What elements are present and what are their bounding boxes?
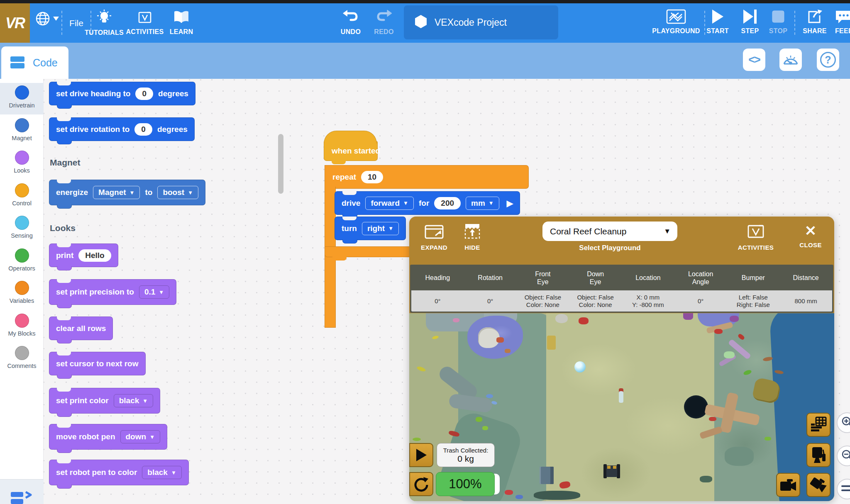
gauge-icon [782,52,799,67]
zoom-out-icon [841,449,850,463]
step-icon [743,9,757,26]
unit-dropdown[interactable]: mm▼ [466,197,499,210]
sidebar-item-magnet[interactable]: Magnet [0,116,44,147]
reef-map-view[interactable]: Trash Collected: 0 kg 100% [409,313,834,501]
close-playground-button[interactable]: ✕ CLOSE [796,223,825,248]
script-block-drive[interactable]: drive forward▼ for 200 mm▼ ▶ [335,191,520,215]
turn-direction-dropdown[interactable]: right▼ [362,222,399,235]
drivetrain-color-dot [15,85,29,100]
activities-button[interactable]: ACTIVITIES [122,10,168,36]
project-title: VEXcode Project [435,17,507,28]
sidebar-item-comments[interactable]: Comments [0,343,44,375]
playground-button[interactable]: PLAYGROUND [653,9,699,35]
text-input[interactable]: Hello [78,249,111,262]
reset-project-button[interactable] [409,472,433,496]
control-color-dot [15,183,29,197]
robot-view-button[interactable] [806,443,830,467]
step-button[interactable]: STEP [738,9,762,35]
video-camera-button[interactable] [776,473,800,497]
sidebar-item-looks[interactable]: Looks [0,148,44,180]
stop-icon [772,10,785,26]
repeat-count-input[interactable]: 10 [361,171,383,183]
number-input[interactable]: 0 [134,123,152,136]
print-color-dropdown[interactable]: black▼ [114,394,153,407]
sidebar-item-sensing[interactable]: Sensing [0,213,44,245]
palette-block-energize[interactable]: energize Magnet▼ to boost▼ [49,180,205,205]
learn-button[interactable]: LEARN [163,10,200,36]
undo-button[interactable]: UNDO [334,9,367,36]
palette-scrollbar[interactable] [278,134,283,194]
browser-edge-strip [0,0,850,3]
start-icon [711,9,724,26]
playground-panel: EXPAND HIDE Coral Reef Cleanup ▼ Select … [409,217,834,501]
playground-select[interactable]: Coral Reef Cleanup ▼ [542,222,677,241]
distance-input[interactable]: 200 [434,197,461,209]
feedback-button[interactable]: FEED [835,9,850,35]
magnet-dropdown[interactable]: Magnet▼ [93,186,140,199]
language-menu[interactable] [35,11,59,27]
expand-playground-button[interactable]: EXPAND [416,223,452,251]
pen-color-dropdown[interactable]: black▼ [142,466,181,479]
playground-activities-button[interactable]: ACTIVITIES [730,223,782,251]
close-icon: ✕ [805,223,817,238]
run-block-icon[interactable]: ▶ [507,198,513,208]
palette-block-print[interactable]: print Hello [49,243,118,267]
script-block-repeat[interactable]: repeat 10 [325,165,529,189]
dark-hole [684,395,708,419]
palette-block-set-cursor-next-row[interactable]: set cursor to next row [49,352,146,375]
hide-icon [464,223,481,241]
sidebar-item-drivetrain[interactable]: Drivetrain [0,83,44,114]
sensor-table-row: 0° 0° Object: False Color: None Object: … [411,290,832,312]
script-block-when-started[interactable]: when started [324,141,378,161]
redo-button[interactable]: REDO [367,9,401,36]
menu-lines-icon [841,484,850,494]
tab-code[interactable]: Code [1,46,68,79]
chevron-down-icon: ▼ [171,470,176,476]
camera-angle-button[interactable] [806,473,830,497]
sidebar-item-my-blocks[interactable]: My Blocks [0,311,44,343]
magnet-color-dot [15,118,29,132]
expand-palette-icon[interactable] [11,491,32,504]
run-project-button[interactable] [409,443,433,467]
operators-color-dot [15,248,29,263]
chevron-down-icon: ▼ [159,289,164,295]
project-title-box[interactable]: VEXcode Project [404,5,558,39]
video-camera-icon [779,477,797,492]
share-button[interactable]: SHARE [802,9,828,35]
palette-block-move-robot-pen[interactable]: move robot pen down▼ [49,424,167,450]
palette-block-set-print-precision[interactable]: set print precision to 0.1▼ [49,279,176,305]
variables-color-dot [15,281,29,295]
sidebar-item-operators[interactable]: Operators [0,246,44,278]
palette-block-set-robot-pen-color[interactable]: set robot pen to color black▼ [49,460,189,485]
looks-color-dot [15,151,29,165]
chevron-down-icon: ▼ [388,225,393,231]
dashboard-button[interactable] [779,49,802,71]
stop-button[interactable]: STOP [767,10,789,35]
palette-block-set-drive-rotation[interactable]: set drive rotation to 0 degrees [49,117,195,141]
data-table-toggle-button[interactable] [806,413,830,437]
palette-block-set-print-color[interactable]: set print color black▼ [49,388,160,414]
drive-direction-dropdown[interactable]: forward▼ [365,197,414,210]
tutorials-button[interactable]: TUTORIALS [81,9,127,37]
boost-dropdown[interactable]: boost▼ [157,186,198,199]
play-icon [415,448,427,462]
palette-block-set-drive-heading[interactable]: set drive heading to 0 degrees [49,82,195,105]
help-button[interactable]: ? [817,49,839,71]
code-viewer-button[interactable]: <> [743,49,765,71]
hide-playground-button[interactable]: HIDE [460,223,485,251]
sensing-color-dot [15,216,29,230]
sidebar-item-control[interactable]: Control [0,181,44,212]
pen-move-dropdown[interactable]: down▼ [120,430,160,443]
palette-block-clear-all-rows[interactable]: clear all rows [49,317,113,340]
script-block-turn[interactable]: turn right▼ [335,217,406,240]
start-button[interactable]: START [706,9,730,35]
precision-dropdown[interactable]: 0.1▼ [139,285,169,299]
trash-bottle [619,391,623,403]
number-input[interactable]: 0 [135,88,153,100]
sidebar-item-variables[interactable]: Variables [0,278,44,310]
top-toolbar: VR File TUTORIALS ACTIVITIES [0,3,850,43]
code-blocks-icon [10,56,28,69]
speed-indicator[interactable]: 100% [436,472,495,496]
olive-rock [752,377,782,404]
redo-icon [376,9,392,27]
